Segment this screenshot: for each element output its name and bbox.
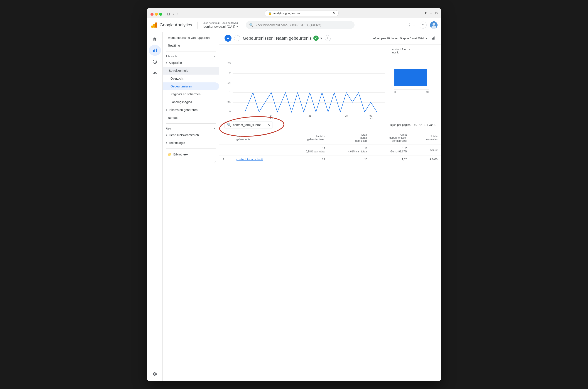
row-1-naam[interactable]: contact_form_submit <box>233 156 286 163</box>
user-header: User ∧ <box>163 125 219 131</box>
copy-button[interactable]: ⧉ <box>435 11 438 15</box>
svg-text:0: 0 <box>394 91 396 93</box>
svg-rect-32 <box>394 69 427 86</box>
sidebar-item-landingspagina[interactable]: Landingspagina <box>163 98 219 106</box>
forward-button[interactable]: › <box>176 12 179 17</box>
search-filter[interactable]: 🔍 ✕ <box>224 121 272 129</box>
date-dropdown-arrow: ▾ <box>425 37 427 40</box>
sidebar-collapse-button[interactable]: ‹ <box>215 160 216 164</box>
bar-chart-label: contact_form_submit <box>392 48 410 54</box>
row-1-naam-link[interactable]: contact_form_submit <box>236 158 263 161</box>
svg-rect-11 <box>432 38 433 39</box>
svg-rect-0 <box>151 26 153 28</box>
sidebar-item-behoud[interactable]: Behoud <box>163 114 219 122</box>
content-area: A + Gebeurtenissen: Naam gebeurtenis ✓ ▾… <box>219 32 441 381</box>
sidebar-item-realtime[interactable]: Realtime <box>163 42 219 50</box>
row-1-aantal: 12 <box>286 156 328 163</box>
minimize-button[interactable] <box>155 13 158 16</box>
table-row: 1 contact_form_submit 12 10 1,20 € 0,00 <box>219 156 441 163</box>
address-bar[interactable]: 🔒 analytics.google.com ↻ <box>265 10 339 16</box>
refresh-icon[interactable]: ↻ <box>333 12 335 15</box>
settings-icon <box>152 372 157 376</box>
account-name: leonkorteweg.nl (GA4) <box>203 25 235 28</box>
back-button[interactable]: ‹ <box>172 12 175 17</box>
sidebar-footer: ‹ <box>163 158 219 166</box>
pagination-text: 1-1 van 1 <box>424 123 436 127</box>
grid-menu-button[interactable]: ⋮⋮ <box>407 23 416 28</box>
sidebar-item-acquisitie[interactable]: › Acquisitie <box>163 59 219 67</box>
bibliotheek-label: Bibliotheek <box>173 153 188 156</box>
rows-per-page-label: Rijen per pagina: <box>390 123 411 127</box>
add-comparison-button[interactable]: + <box>234 35 240 41</box>
sort-naam: ↓ <box>244 135 246 138</box>
avatar-image <box>430 21 438 29</box>
report-title-dropdown[interactable]: ▾ <box>320 36 322 40</box>
user-collapse-icon[interactable]: ∧ <box>214 127 216 130</box>
share-button[interactable]: ⬆ <box>424 11 427 15</box>
svg-text:1,5: 1,5 <box>227 82 231 84</box>
global-search-bar[interactable]: 🔍 <box>246 21 355 29</box>
col-header-inkomsten: Totaleinkomsten <box>411 131 441 145</box>
data-table: Naam ↓gebeurtenis Aantal ↓gebeurtenissen… <box>219 131 441 163</box>
rail-reports[interactable] <box>149 45 161 56</box>
sidebar-item-technologie[interactable]: › Technologie <box>163 139 219 147</box>
breadcrumb-top: Leon Korteweg > Leon Korteweg <box>203 22 238 24</box>
snapshot-label: Momentopname van rapporten <box>168 36 209 39</box>
rail-settings[interactable] <box>149 369 161 379</box>
avatar[interactable] <box>430 21 438 29</box>
col-header-naam[interactable]: Naam ↓gebeurtenis <box>233 131 286 145</box>
new-tab-button[interactable]: + <box>430 11 432 15</box>
bar-chart: 0 10 <box>392 56 436 108</box>
behoud-label: Behoud <box>168 116 178 120</box>
svg-point-10 <box>154 73 156 74</box>
rail-advertising[interactable] <box>149 68 161 78</box>
total-totaal: 10 4,61% van totaal <box>329 145 371 156</box>
sidebar-toggle-button[interactable]: ⊟ <box>166 12 171 17</box>
svg-text:2,5: 2,5 <box>227 62 231 65</box>
report-avatar: A <box>224 35 231 42</box>
date-detail: 9 apr – 6 mei 2024 <box>400 37 424 40</box>
sidebar-item-overzicht[interactable]: Overzicht <box>163 75 219 82</box>
breadcrumb: Leon Korteweg > Leon Korteweg leonkortew… <box>203 22 238 28</box>
sidebar-item-betrokkenheid[interactable]: › Betrokkenheid <box>163 67 219 75</box>
reports-icon <box>152 48 157 53</box>
help-button[interactable]: ? <box>420 22 427 29</box>
report-header: A + Gebeurtenissen: Naam gebeurtenis ✓ ▾… <box>219 32 441 44</box>
sidebar-item-bibliotheek[interactable]: 📁 Bibliotheek <box>163 150 219 158</box>
maximize-button[interactable] <box>159 13 162 16</box>
acquisitie-label: Acquisitie <box>169 61 182 65</box>
sidebar-item-gebeurtenissen[interactable]: Gebeurtenissen <box>163 82 219 90</box>
sidebar-item-paginas[interactable]: Pagina's en schermen <box>163 90 219 98</box>
rail-home[interactable] <box>149 34 161 44</box>
url-text: analytics.google.com <box>273 12 300 15</box>
rows-per-page-select[interactable]: 50 25 100 <box>413 123 422 127</box>
filter-search-icon: 🔍 <box>227 123 231 127</box>
close-button[interactable] <box>150 13 154 16</box>
add-metric-button[interactable]: + <box>325 35 331 41</box>
chart-icon <box>431 36 436 40</box>
row-1-per: 1,20 <box>371 156 411 163</box>
lifecycle-header: Life cycle ∧ <box>163 53 219 59</box>
lock-icon: 🔒 <box>268 12 272 15</box>
row-1-inkomsten: € 0,00 <box>411 156 441 163</box>
svg-rect-7 <box>154 49 155 52</box>
account-selector[interactable]: leonkorteweg.nl (GA4) ▾ <box>203 25 238 28</box>
sidebar-item-snapshot[interactable]: Momentopname van rapporten <box>163 34 219 42</box>
filter-search-input[interactable] <box>233 123 265 127</box>
lifecycle-collapse-icon[interactable]: ∧ <box>214 55 216 58</box>
search-icon: 🔍 <box>249 23 253 27</box>
global-search-input[interactable] <box>256 23 351 27</box>
date-selector[interactable]: Afgelopen 28 dagen 9 apr – 6 mei 2024 ▾ <box>373 37 427 40</box>
svg-rect-1 <box>153 24 155 28</box>
sidebar-item-inkomsten[interactable]: › Inkomsten genereren <box>163 106 219 114</box>
report-title: Gebeurtenissen: Naam gebeurtenis ✓ ▾ + <box>243 35 331 41</box>
date-range-label: Afgelopen 28 dagen <box>373 37 398 40</box>
sidebar-item-gebruikerskenmerken[interactable]: › Gebruikerskenmerken <box>163 131 219 139</box>
filter-clear-button[interactable]: ✕ <box>267 123 270 127</box>
chart-type-button[interactable] <box>431 36 436 41</box>
advertising-icon <box>152 71 157 75</box>
rail-explore[interactable] <box>149 57 161 67</box>
col-header-aantal[interactable]: Aantal ↓gebeurtenissen <box>286 131 328 145</box>
svg-rect-12 <box>433 37 434 39</box>
folder-icon: 📁 <box>168 153 172 156</box>
